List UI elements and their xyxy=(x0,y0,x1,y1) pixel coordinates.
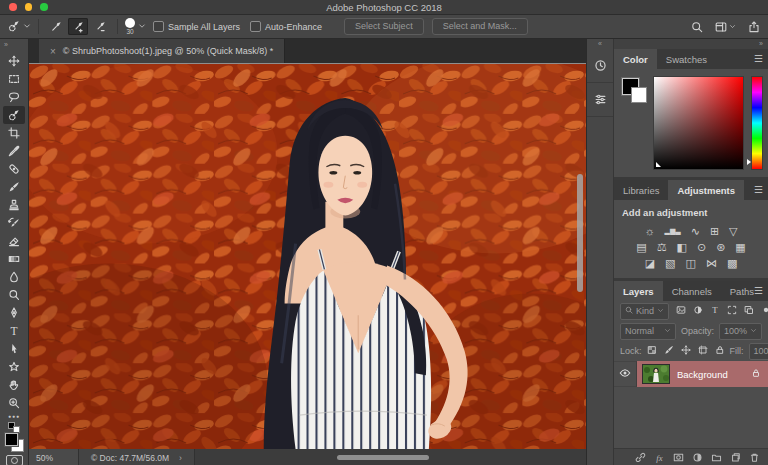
default-colors-icon[interactable] xyxy=(8,422,20,431)
quick-selection-tool[interactable] xyxy=(3,106,25,124)
link-layers-icon[interactable] xyxy=(635,449,646,465)
hue-slider[interactable] xyxy=(751,76,763,170)
hue-saturation-adjustment-icon[interactable]: ▤ xyxy=(636,241,646,254)
color-fg-bg-swatches[interactable] xyxy=(620,76,646,170)
brightness-contrast-adjustment-icon[interactable]: ☼ xyxy=(644,225,654,237)
tab-channels[interactable]: Channels xyxy=(663,281,721,301)
document-info[interactable]: © Doc: 47.7M/56.0M › xyxy=(79,449,195,465)
select-subject-button[interactable]: Select Subject xyxy=(344,18,424,35)
minimize-window-button[interactable] xyxy=(25,3,33,11)
blend-mode-dropdown[interactable]: Normal xyxy=(620,323,676,340)
horizontal-scrollbar[interactable] xyxy=(337,455,429,460)
selective-color-adjustment-icon[interactable]: ⋈ xyxy=(706,257,717,270)
panel-menu-icon[interactable]: ☰ xyxy=(754,53,763,64)
properties-panel-icon[interactable] xyxy=(587,83,613,117)
color-picker-knob[interactable] xyxy=(656,162,661,167)
custom-shape-tool[interactable] xyxy=(3,358,25,376)
close-window-button[interactable] xyxy=(9,3,17,11)
zoom-level-field[interactable]: 50% xyxy=(29,449,79,465)
filter-pin-icon[interactable] xyxy=(761,305,768,317)
channel-mixer-adjustment-icon[interactable]: ⊛ xyxy=(716,241,725,254)
lock-artboard-icon[interactable] xyxy=(698,345,708,357)
curves-adjustment-icon[interactable]: ∿ xyxy=(691,225,700,238)
vibrance-adjustment-icon[interactable]: ▽ xyxy=(729,225,737,238)
layer-visibility-toggle[interactable] xyxy=(614,361,637,387)
threshold-adjustment-icon[interactable]: ◫ xyxy=(686,257,696,270)
color-lookup-adjustment-icon[interactable]: ▦ xyxy=(735,241,745,254)
history-panel-icon[interactable] xyxy=(587,49,613,83)
saturation-brightness-field[interactable] xyxy=(653,76,744,170)
tab-swatches[interactable]: Swatches xyxy=(657,49,716,69)
checkbox-auto-enhance[interactable]: Auto-Enhance xyxy=(250,21,322,32)
hand-tool[interactable] xyxy=(3,376,25,394)
panel-menu-icon[interactable]: ☰ xyxy=(754,184,763,195)
spot-healing-brush-tool[interactable] xyxy=(3,160,25,178)
checkbox-sample-all-layers[interactable]: Sample All Layers xyxy=(153,21,240,32)
color-balance-adjustment-icon[interactable]: ⚖ xyxy=(657,241,667,254)
new-adjustment-icon[interactable] xyxy=(692,449,703,465)
dodge-tool[interactable] xyxy=(3,286,25,304)
close-document-icon[interactable]: × xyxy=(50,46,56,57)
document-tab[interactable]: × © ShrubPhotoshoot(1).jpeg @ 50% (Quick… xyxy=(39,39,285,63)
toolbar-collapse-chevron[interactable]: » xyxy=(4,41,8,48)
lock-pixels-icon[interactable] xyxy=(664,345,674,357)
path-selection-tool[interactable] xyxy=(3,340,25,358)
layer-mask-icon[interactable] xyxy=(673,449,684,465)
posterize-adjustment-icon[interactable]: ▧ xyxy=(665,257,675,270)
delete-layer-icon[interactable] xyxy=(749,449,760,465)
tool-preset-picker[interactable] xyxy=(8,20,31,34)
lock-all-icon[interactable] xyxy=(715,345,725,357)
black-white-adjustment-icon[interactable]: ◧ xyxy=(677,241,687,254)
dock-collapse-chevron[interactable]: « xyxy=(598,39,602,49)
new-selection-button[interactable] xyxy=(46,18,66,35)
history-brush-tool[interactable] xyxy=(3,214,25,232)
tab-layers[interactable]: Layers xyxy=(614,281,663,301)
zoom-window-button[interactable] xyxy=(40,3,48,11)
zoom-tool[interactable] xyxy=(3,394,25,412)
tab-adjustments[interactable]: Adjustments xyxy=(668,180,744,200)
crop-tool[interactable] xyxy=(3,124,25,142)
eyedropper-tool[interactable] xyxy=(3,142,25,160)
workspace-switcher-icon[interactable] xyxy=(715,21,736,33)
new-group-icon[interactable] xyxy=(711,449,722,465)
blur-tool[interactable] xyxy=(3,268,25,286)
fill-field[interactable]: 100% xyxy=(749,343,768,360)
filter-frame-icon[interactable] xyxy=(727,305,737,317)
layer-filter-dropdown[interactable]: Kind xyxy=(620,303,669,320)
exposure-adjustment-icon[interactable]: ⊞ xyxy=(710,225,719,238)
hue-slider-knob[interactable] xyxy=(747,159,751,165)
layer-row-background[interactable]: Background xyxy=(614,361,768,387)
filter-adjustment-icon[interactable] xyxy=(693,305,703,317)
move-tool[interactable] xyxy=(3,52,25,70)
edit-toolbar-ellipsis[interactable]: ●●● xyxy=(3,412,25,420)
gradient-map-adjustment-icon[interactable]: ▩ xyxy=(727,257,737,270)
photo-filter-adjustment-icon[interactable]: ⊙ xyxy=(697,241,706,254)
background-swatch[interactable] xyxy=(631,87,647,103)
panel-menu-icon[interactable]: ☰ xyxy=(754,285,763,296)
eraser-tool[interactable] xyxy=(3,232,25,250)
brush-size-picker[interactable]: 30 xyxy=(125,18,146,36)
quick-mask-mode-button[interactable] xyxy=(6,455,23,465)
filter-type-icon[interactable]: T xyxy=(710,305,720,317)
brush-tool[interactable] xyxy=(3,178,25,196)
search-icon[interactable] xyxy=(691,21,703,33)
checkbox-box[interactable] xyxy=(250,21,261,32)
add-to-selection-button[interactable] xyxy=(68,18,88,35)
filter-pixel-icon[interactable] xyxy=(676,305,686,317)
levels-adjustment-icon[interactable]: ▂▆▃ xyxy=(665,227,681,235)
vertical-scrollbar[interactable] xyxy=(577,174,583,292)
opacity-field[interactable]: 100% xyxy=(719,323,762,340)
subtract-from-selection-button[interactable] xyxy=(90,18,110,35)
rectangular-marquee-tool[interactable] xyxy=(3,70,25,88)
type-tool[interactable]: T xyxy=(3,322,25,340)
new-layer-icon[interactable] xyxy=(730,449,741,465)
tab-color[interactable]: Color xyxy=(614,49,657,69)
canvas[interactable] xyxy=(29,63,586,449)
invert-adjustment-icon[interactable]: ◪ xyxy=(645,257,655,270)
lock-position-icon[interactable] xyxy=(681,345,691,357)
status-expand-chevron[interactable]: › xyxy=(179,453,182,463)
panels-collapse-chevron[interactable]: » xyxy=(614,39,768,49)
foreground-color-swatch[interactable] xyxy=(5,433,18,446)
pen-tool[interactable] xyxy=(3,304,25,322)
tab-libraries[interactable]: Libraries xyxy=(614,180,668,200)
